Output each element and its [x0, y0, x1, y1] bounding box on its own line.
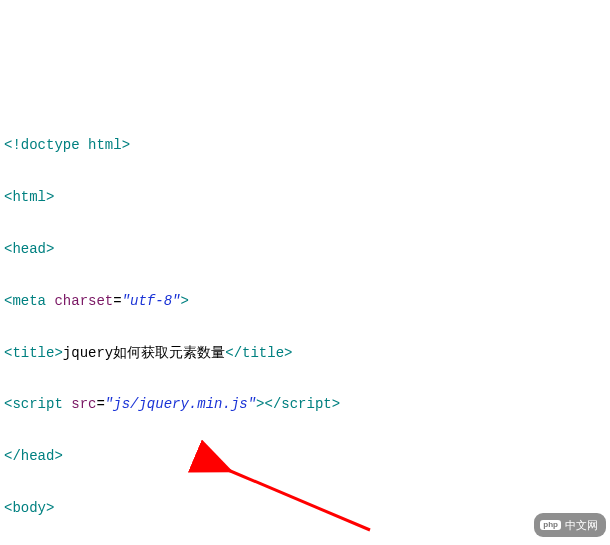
tag-script-close-1: </script>: [265, 396, 341, 412]
tag-head-close: </head>: [4, 448, 63, 464]
watermark-logo: php: [540, 520, 561, 530]
code-line-3: <head>: [4, 237, 606, 263]
tag-body-open: <body>: [4, 500, 54, 516]
attr-charset: charset: [54, 293, 113, 309]
code-line-8: <body>: [4, 496, 606, 522]
val-charset: "utf-8": [122, 293, 181, 309]
code-line-6: <script src="js/jquery.min.js"></script>: [4, 392, 606, 418]
tag-html-open: <html>: [4, 189, 54, 205]
tag-title-open: <title>: [4, 345, 63, 361]
tag-meta: <meta: [4, 293, 46, 309]
attr-src: src: [71, 396, 96, 412]
watermark-text: 中文网: [565, 515, 598, 535]
tag-head-open: <head>: [4, 241, 54, 257]
watermark: php 中文网: [534, 513, 606, 537]
code-line-2: <html>: [4, 185, 606, 211]
code-block: <!doctype html> <html> <head> <meta char…: [4, 108, 606, 545]
code-line-5: <title>jquery如何获取元素数量</title>: [4, 341, 606, 367]
code-line-4: <meta charset="utf-8">: [4, 289, 606, 315]
val-src: "js/jquery.min.js": [105, 396, 256, 412]
code-line-7: </head>: [4, 444, 606, 470]
code-line-1: <!doctype html>: [4, 133, 606, 159]
tag-title-close: </title>: [225, 345, 292, 361]
title-text: jquery如何获取元素数量: [63, 345, 225, 361]
tag-doctype: <!doctype html>: [4, 137, 130, 153]
tag-script-open: <script: [4, 396, 63, 412]
